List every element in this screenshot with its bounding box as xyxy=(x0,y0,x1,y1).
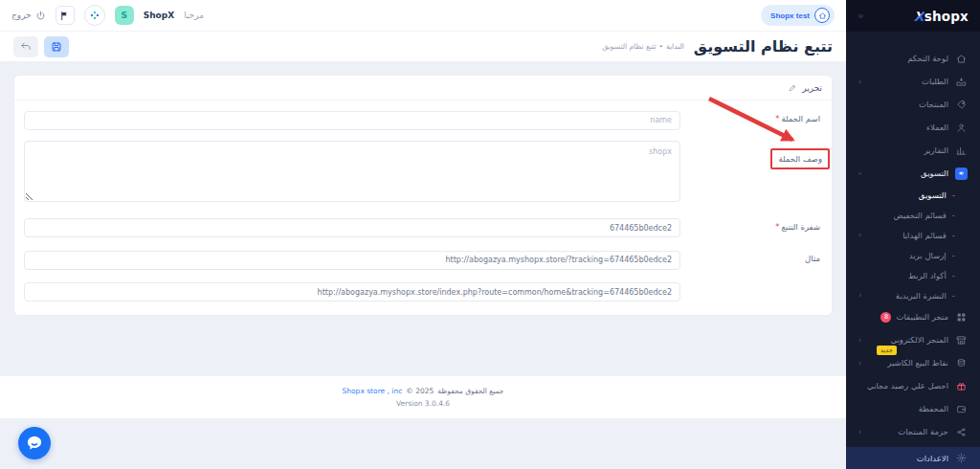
field-input-1[interactable] xyxy=(24,141,680,202)
chevron-down-icon: ‹ xyxy=(856,171,864,175)
visit-store-button[interactable]: Shopx test xyxy=(761,5,835,26)
gear-icon xyxy=(955,452,968,464)
pencil-icon xyxy=(789,83,797,92)
sidebar-item-label: المحفظة xyxy=(919,404,948,413)
sidebar-item[interactable]: -التسويق xyxy=(846,185,980,205)
input-wrap xyxy=(24,280,680,302)
logout-button[interactable]: خروج xyxy=(11,11,46,21)
dots-icon xyxy=(88,9,101,22)
required-asterisk: * xyxy=(775,114,779,123)
avatar[interactable]: S xyxy=(115,6,134,25)
greeting-text: مرحبا xyxy=(184,11,204,20)
sidebar-item-label: حزمة المنتجات xyxy=(898,427,948,436)
sidebar-item[interactable]: -قسائم الهدايا‹ xyxy=(846,225,980,245)
edit-card: تحرير اسم الحملة*وصف الحملةشفرة التتبع*م… xyxy=(13,75,833,316)
sidebar-item[interactable]: حزمة المنتجات‹ xyxy=(846,420,980,443)
visit-store-label: Shopx test xyxy=(770,11,810,20)
megaphone-icon xyxy=(955,168,968,180)
sidebar-item[interactable]: التسويق‹ xyxy=(846,162,980,185)
sidebar-item[interactable]: نقاط البيع الكاشيرجديد‹ xyxy=(846,351,980,374)
form-row: مثال xyxy=(24,248,822,270)
notification-badge: 8 xyxy=(880,312,891,323)
sidebar-item-label: التقارير xyxy=(924,145,948,155)
footer: جميع الحقوق محفوظة © 2025 Shopx store , … xyxy=(0,376,846,418)
field-input-2[interactable] xyxy=(24,218,680,237)
title-group: تتبع نظام التسويق البداية • تتبع نظام ال… xyxy=(602,37,833,56)
sidebar-item-label: التسويق xyxy=(921,168,948,178)
store-name-text: ShopX xyxy=(144,11,174,20)
sidebar-item[interactable]: الطلبات‹ xyxy=(846,70,980,93)
flag-icon xyxy=(59,11,70,21)
chevron-left-icon: ‹ xyxy=(858,428,862,436)
app: Shopx test مرحبا ShopX S خروج xyxy=(0,0,980,469)
sidebar-item-label: الاعدادات xyxy=(917,454,948,463)
card-header-label: تحرير xyxy=(802,83,822,93)
form-row: شفرة التتبع* xyxy=(24,216,822,238)
sidebar-item[interactable]: الاعدادات xyxy=(846,447,980,469)
chat-widget-button[interactable] xyxy=(18,427,51,459)
sidebar-item[interactable]: لوحة التحكم xyxy=(846,47,980,70)
sidebar-item[interactable]: احصل علي رصيد مجاني xyxy=(846,374,980,397)
sidebar-item-label: إرسال بريد xyxy=(909,251,947,260)
sidebar-item-label: نقاط البيع الكاشير xyxy=(887,358,948,368)
chevron-left-icon: ‹ xyxy=(858,291,862,300)
field-label: وصف الحملة xyxy=(770,148,830,169)
breadcrumb-separator: • xyxy=(659,42,663,51)
gift-icon xyxy=(955,380,968,392)
sidebar-item[interactable]: -إرسال بريد xyxy=(846,245,980,265)
floppy-icon xyxy=(51,41,62,53)
breadcrumb-home-link[interactable]: البداية xyxy=(666,42,684,51)
tag-icon xyxy=(955,99,968,111)
chevron-left-icon: ‹ xyxy=(858,359,862,368)
shopx-logo: Xshopx xyxy=(913,9,969,24)
back-button[interactable] xyxy=(13,36,38,57)
orders-icon xyxy=(955,76,968,88)
main-area: Shopx test مرحبا ShopX S خروج xyxy=(0,0,846,469)
sidebar-item[interactable]: المحفظة xyxy=(846,397,980,420)
sidebar-item[interactable]: -قسائم التخفيض xyxy=(846,205,980,225)
logo-text: shopx xyxy=(924,9,969,24)
input-wrap xyxy=(24,216,680,238)
undo-arrow-icon xyxy=(20,41,32,53)
sidebar-item[interactable]: -النشرة البريدية‹ xyxy=(846,285,980,305)
grid-icon xyxy=(955,311,968,324)
user-cluster: مرحبا ShopX S خروج xyxy=(11,5,204,26)
content-area: تحرير اسم الحملة*وصف الحملةشفرة التتبع*م… xyxy=(0,61,846,469)
logo-x-glyph: X xyxy=(913,9,924,24)
share-icon xyxy=(955,426,968,438)
field-input-3[interactable] xyxy=(24,251,680,270)
field-label: شفرة التتبع* xyxy=(680,222,822,232)
field-label-text: شفرة التتبع xyxy=(782,222,820,232)
chevron-left-icon: ‹ xyxy=(858,336,862,345)
layers-icon xyxy=(955,357,968,369)
sidebar-item[interactable]: -أكواد الربط xyxy=(846,265,980,285)
sidebar-logo-bar: Xshopx « xyxy=(846,0,980,32)
sidebar-item-label: التسويق xyxy=(919,190,947,200)
field-input-0[interactable] xyxy=(24,111,680,130)
sub-item-dash: - xyxy=(952,251,955,260)
rights-text: جميع الحقوق محفوظة xyxy=(437,387,503,395)
form-row: اسم الحملة* xyxy=(24,108,822,130)
field-input-4[interactable] xyxy=(24,282,680,302)
sub-item-dash: - xyxy=(952,190,955,200)
chevron-left-icon: ‹ xyxy=(858,78,862,86)
company-link[interactable]: Shopx store , inc xyxy=(343,387,403,395)
save-button[interactable] xyxy=(44,36,69,57)
field-label-text: اسم الحملة xyxy=(781,114,820,123)
chart-icon xyxy=(955,145,968,157)
page-header: تتبع نظام التسويق البداية • تتبع نظام ال… xyxy=(0,32,846,61)
sidebar-item[interactable]: التقارير xyxy=(846,139,980,162)
wallet-icon xyxy=(955,403,968,415)
sidebar-collapse-icon[interactable]: « xyxy=(858,10,864,22)
sidebar-item[interactable]: العملاء xyxy=(846,116,980,139)
page-title: تتبع نظام التسويق xyxy=(694,37,833,56)
input-wrap xyxy=(24,248,680,270)
language-button[interactable] xyxy=(56,6,75,25)
apps-menu-button[interactable] xyxy=(84,5,105,26)
sidebar-item-label: قسائم التخفيض xyxy=(894,211,947,220)
sidebar-item[interactable]: متجر التطبيقات8 xyxy=(846,305,980,328)
sub-item-dash: - xyxy=(952,231,955,240)
sidebar-item[interactable]: المنتجات xyxy=(846,93,980,116)
sidebar-item[interactable]: المتجر الالكتروني‹ xyxy=(846,328,980,351)
field-label: اسم الحملة* xyxy=(680,114,822,123)
